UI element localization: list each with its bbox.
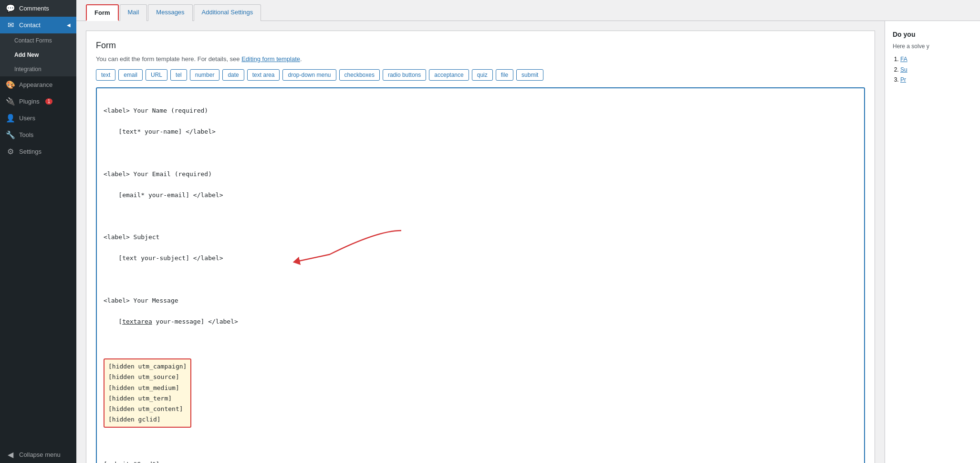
tag-btn-dropdown[interactable]: drop-down menu: [282, 69, 336, 81]
contact-submenu: Contact Forms Add New Integration: [0, 33, 76, 76]
tag-btn-acceptance[interactable]: acceptance: [429, 69, 469, 81]
right-panel-link-1[interactable]: FA: [900, 56, 907, 63]
tabs-bar: Form Mail Messages Additional Settings: [76, 0, 980, 21]
sidebar: 💬 Comments ✉ Contact ◀ Contact Forms Add…: [0, 0, 76, 463]
tag-btn-quiz[interactable]: quiz: [472, 69, 493, 81]
code-line-4: <label> Your Email (required): [104, 169, 857, 179]
right-panel-list-item-3: Pr: [900, 75, 972, 85]
tag-btn-textarea[interactable]: text area: [247, 69, 280, 81]
tag-btn-number[interactable]: number: [190, 69, 220, 81]
tab-form[interactable]: Form: [86, 4, 119, 21]
tag-buttons-container: text email URL tel number date text area…: [96, 69, 865, 81]
sidebar-collapse[interactable]: ◀ Collapse menu: [0, 446, 76, 463]
tag-btn-file[interactable]: file: [496, 69, 513, 81]
plugins-badge: 1: [45, 98, 53, 105]
code-line-7: <label> Subject: [104, 232, 857, 242]
tag-btn-radio[interactable]: radio buttons: [383, 69, 426, 81]
sidebar-item-appearance[interactable]: 🎨 Appearance: [0, 76, 76, 93]
code-line-10: <label> Your Message: [104, 295, 857, 306]
sidebar-item-users[interactable]: 👤 Users: [0, 110, 76, 126]
form-section: Form You can edit the form template here…: [86, 31, 875, 463]
tab-messages[interactable]: Messages: [148, 4, 192, 21]
contact-icon: ✉: [6, 21, 15, 30]
sidebar-item-contact[interactable]: ✉ Contact ◀: [0, 17, 76, 33]
right-panel-list-item-1: FA: [900, 54, 972, 65]
users-icon: 👤: [6, 114, 15, 123]
tag-btn-tel[interactable]: tel: [170, 69, 187, 81]
code-line-5: [email* your-email] </label>: [104, 190, 857, 200]
page-content: Form You can edit the form template here…: [76, 21, 885, 463]
annotation-container: <label> Your Name (required) [text* your…: [96, 87, 865, 463]
code-line-6: [104, 211, 857, 221]
code-line-submit: [submit "Send"]: [104, 459, 857, 463]
tag-btn-submit[interactable]: submit: [516, 69, 543, 81]
sidebar-item-add-new[interactable]: Add New: [0, 48, 76, 62]
comments-icon: 💬: [6, 4, 15, 13]
code-line-14: [104, 438, 857, 449]
right-panel-description: Here a solve y: [893, 43, 972, 50]
code-line-11: [textarea your-message] </label>: [104, 316, 857, 327]
appearance-icon: 🎨: [6, 80, 15, 89]
code-line-1: <label> Your Name (required): [104, 105, 857, 116]
right-panel-list-item-2: Su: [900, 65, 972, 75]
right-panel-title: Do you: [893, 31, 972, 38]
tab-mail[interactable]: Mail: [120, 4, 147, 21]
tag-btn-checkboxes[interactable]: checkboxes: [339, 69, 380, 81]
settings-icon: ⚙: [6, 147, 15, 156]
code-hidden-fields-line: [hidden utm_campaign] [hidden utm_source…: [104, 358, 857, 428]
code-line-12: [104, 337, 857, 348]
tab-additional-settings[interactable]: Additional Settings: [194, 4, 261, 21]
sidebar-item-contact-forms[interactable]: Contact Forms: [0, 33, 76, 48]
tag-btn-date[interactable]: date: [222, 69, 244, 81]
sidebar-item-plugins[interactable]: 🔌 Plugins 1: [0, 93, 76, 110]
code-line-8: [text your-subject] </label>: [104, 253, 857, 263]
tag-btn-text[interactable]: text: [96, 69, 115, 81]
code-editor[interactable]: <label> Your Name (required) [text* your…: [96, 87, 865, 463]
sidebar-item-integration[interactable]: Integration: [0, 62, 76, 76]
main-content: Form Mail Messages Additional Settings F…: [76, 0, 980, 463]
right-panel-list: FA Su Pr: [900, 54, 972, 85]
sidebar-item-settings[interactable]: ⚙ Settings: [0, 143, 76, 160]
content-area: Form You can edit the form template here…: [76, 21, 980, 463]
sidebar-item-comments[interactable]: 💬 Comments: [0, 0, 76, 17]
tag-btn-email[interactable]: email: [118, 69, 143, 81]
collapse-icon: ◀: [6, 450, 15, 459]
right-panel-link-2[interactable]: Su: [900, 66, 907, 73]
code-line-2: [text* your-name] </label>: [104, 126, 857, 137]
right-panel: Do you Here a solve y FA Su Pr: [885, 21, 980, 463]
right-panel-link-3[interactable]: Pr: [900, 76, 906, 83]
sidebar-item-tools[interactable]: 🔧 Tools: [0, 126, 76, 143]
form-description: You can edit the form template here. For…: [96, 55, 865, 63]
form-title: Form: [96, 41, 865, 51]
hidden-fields-block: [hidden utm_campaign] [hidden utm_source…: [104, 358, 191, 428]
tag-btn-url[interactable]: URL: [146, 69, 167, 81]
code-line-3: [104, 147, 857, 158]
editing-form-template-link[interactable]: Editing form template: [241, 55, 300, 63]
tools-icon: 🔧: [6, 130, 15, 139]
code-line-9: [104, 274, 857, 285]
plugins-icon: 🔌: [6, 97, 15, 106]
